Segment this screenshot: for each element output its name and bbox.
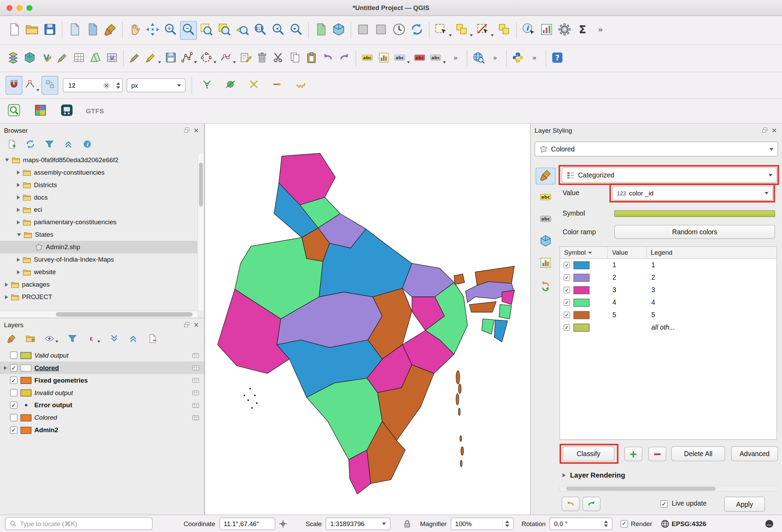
expander-closed-icon[interactable] (17, 170, 20, 174)
delete-all-button[interactable]: Delete All (671, 446, 725, 461)
expander-closed-icon[interactable] (17, 270, 20, 274)
category-checkbox[interactable] (564, 324, 570, 331)
browser-item-docs[interactable]: docs (0, 191, 198, 203)
category-legend[interactable]: 1 (647, 261, 776, 269)
snapping-on-intersection[interactable] (222, 76, 239, 95)
styling-tab-view-3d[interactable] (536, 233, 556, 250)
browser-item-admin2-shp[interactable]: Admin2.shp (0, 241, 198, 253)
layer-item-fixed-geometries[interactable]: Fixed geometries (0, 374, 204, 386)
expand-all[interactable] (108, 333, 120, 346)
category-row[interactable]: 2 2 (560, 271, 776, 284)
open-data-source-manager[interactable] (6, 50, 21, 67)
styling-tab-labels[interactable]: abc (536, 190, 556, 207)
apply-button[interactable]: Apply (724, 497, 765, 512)
edit-widget-icon[interactable] (191, 376, 200, 384)
category-row[interactable]: 3 3 (560, 284, 776, 296)
category-checkbox[interactable] (564, 262, 570, 268)
snap-tolerance-value[interactable]: 12 (65, 81, 102, 89)
close-panel-icon[interactable] (192, 321, 200, 329)
layer-item-error-output[interactable]: Error output (0, 399, 204, 411)
new-3d-map-view[interactable] (330, 21, 347, 40)
browser-item-eci[interactable]: eci (0, 203, 198, 216)
pin-labels[interactable]: abc (392, 50, 411, 67)
refresh-browser[interactable] (25, 139, 37, 151)
label-toolbar-extension[interactable]: » (448, 50, 463, 67)
crs-value[interactable]: EPSG:4326 (672, 520, 706, 527)
advanced-button[interactable]: Advanced (731, 446, 778, 461)
layer-visibility-checkbox[interactable] (10, 364, 18, 372)
help-contents[interactable]: ? (550, 50, 565, 67)
browser-item-districts[interactable]: Districts (0, 178, 198, 191)
new-shapefile-layer[interactable]: V (38, 50, 54, 67)
live-update-checkbox[interactable] (660, 500, 668, 508)
gtfs-go[interactable] (58, 102, 75, 121)
snapping-mode[interactable] (24, 76, 41, 95)
redo[interactable] (337, 50, 352, 67)
category-checkbox[interactable] (564, 274, 570, 281)
pan-map[interactable] (126, 21, 143, 40)
layer-labeling-options[interactable]: abc (359, 50, 375, 67)
expander-closed-icon[interactable] (17, 220, 20, 224)
zoom-full-extent[interactable] (198, 21, 215, 40)
extent-icon[interactable] (278, 519, 287, 528)
map-canvas[interactable] (205, 124, 531, 515)
close-window-button[interactable] (7, 5, 12, 11)
current-edits[interactable] (144, 50, 162, 67)
browser-item-packages[interactable]: packages (0, 278, 198, 291)
styling-tab-symbology[interactable] (536, 167, 556, 184)
add-selected-layers[interactable] (6, 139, 18, 151)
value-field-combo[interactable]: 123 color _id (612, 186, 773, 201)
category-swatch[interactable] (574, 323, 590, 331)
expander-closed-icon[interactable] (17, 258, 20, 262)
zoom-to-layer[interactable] (234, 21, 251, 40)
table-header-value[interactable]: Value (608, 247, 647, 258)
zoom-in[interactable]: + (162, 21, 179, 40)
new-project[interactable] (6, 21, 23, 40)
new-virtual-layer[interactable]: V (104, 50, 120, 67)
manage-map-themes[interactable] (43, 333, 59, 346)
pan-to-selection[interactable] (144, 21, 161, 40)
edit-widget-icon[interactable] (191, 364, 200, 372)
category-swatch[interactable] (574, 298, 590, 306)
category-checkbox[interactable] (564, 299, 570, 306)
layer-visibility-checkbox[interactable] (10, 376, 18, 384)
enable-properties-widget[interactable]: i (81, 139, 94, 151)
python-console[interactable] (510, 50, 526, 67)
minimize-window-button[interactable] (16, 5, 22, 11)
enable-tracing[interactable] (292, 76, 309, 95)
select-by-value[interactable] (454, 21, 474, 40)
lock-scale-icon[interactable] (402, 519, 412, 528)
topological-editing[interactable] (199, 76, 216, 95)
spinner-arrows[interactable] (113, 82, 120, 89)
new-mesh-layer[interactable] (88, 50, 103, 67)
toolbar-extension[interactable]: » (592, 21, 609, 40)
modify-attributes[interactable] (238, 50, 253, 67)
undo[interactable] (320, 50, 336, 67)
edit-widget-icon[interactable] (191, 401, 200, 409)
add-feature[interactable] (180, 50, 198, 67)
copy-features[interactable] (287, 50, 303, 67)
float-panel-icon[interactable] (183, 127, 191, 134)
deselect-features[interactable] (475, 21, 495, 40)
show-spatial-bookmarks[interactable] (373, 21, 390, 40)
new-raster-layer[interactable] (71, 50, 87, 67)
table-header-symbol[interactable]: Symbol (560, 247, 608, 258)
browser-item-maps-0fa9fd850eda3d2062e66f2[interactable]: maps-0fa9fd850eda3d2062e66f2 (0, 154, 198, 166)
zoom-to-selection[interactable] (216, 21, 233, 40)
cut-features[interactable] (271, 50, 286, 67)
browser-item-assembly-constituencies[interactable]: assembly-constituencies (0, 166, 198, 178)
styling-horizontal-scrollbar[interactable] (559, 486, 778, 491)
delete-selected[interactable] (254, 50, 270, 67)
zoom-next[interactable]: ▸ (288, 21, 305, 40)
layer-visibility-checkbox[interactable] (10, 426, 18, 434)
refresh-map[interactable] (408, 21, 425, 40)
spinner-arrows[interactable] (502, 520, 509, 527)
open-layer-styling-panel[interactable] (6, 333, 18, 346)
filter-browser[interactable] (43, 139, 55, 151)
category-legend[interactable]: 3 (647, 286, 776, 294)
select-all-features[interactable] (496, 21, 513, 40)
renderer-combo[interactable]: Categorized (562, 167, 777, 182)
edit-widget-icon[interactable] (191, 413, 200, 422)
temporal-controller[interactable] (391, 21, 408, 40)
zoom-window-button[interactable] (26, 5, 32, 11)
